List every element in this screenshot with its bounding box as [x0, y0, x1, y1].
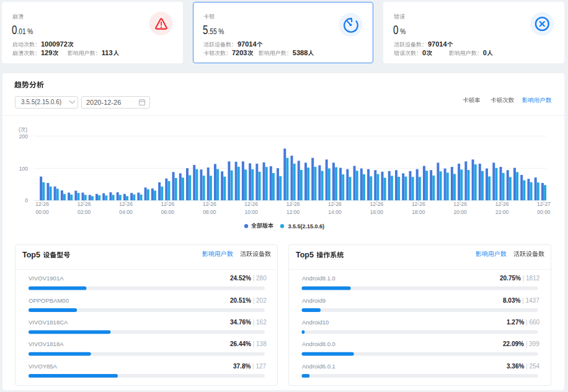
svg-text:Android6.0.1: Android6.0.1 [302, 363, 335, 370]
svg-text:|: | [521, 297, 526, 304]
svg-text:Top5: Top5 [296, 251, 316, 259]
svg-text:Top5: Top5 [22, 251, 42, 259]
svg-text:12-26: 12-26 [35, 201, 49, 207]
svg-text:12-26: 12-26 [203, 201, 216, 207]
svg-text:10:00: 10:00 [245, 209, 259, 215]
svg-text:Android10: Android10 [302, 319, 329, 326]
svg-text:1812: 1812 [526, 275, 540, 282]
svg-text:12-26: 12-26 [78, 201, 91, 207]
svg-text:0: 0 [483, 49, 487, 56]
svg-text:280: 280 [256, 275, 267, 282]
svg-text:00:00: 00:00 [36, 209, 50, 215]
svg-text:202: 202 [256, 297, 267, 304]
svg-text:02:00: 02:00 [78, 209, 91, 215]
svg-text:12-26: 12-26 [412, 201, 425, 207]
svg-text:|: | [251, 297, 256, 304]
svg-text:00:00: 00:00 [537, 209, 551, 215]
svg-text:12-26: 12-26 [370, 201, 384, 207]
svg-text:100: 100 [19, 166, 28, 172]
svg-text:.55 %: .55 % [208, 27, 224, 35]
svg-text:12-27: 12-27 [537, 201, 551, 207]
svg-text:0: 0 [25, 197, 28, 203]
svg-text:7203: 7203 [232, 49, 247, 56]
svg-text:20:00: 20:00 [454, 209, 468, 215]
svg-text:1.27%: 1.27% [507, 319, 524, 326]
svg-text:0: 0 [422, 49, 426, 56]
svg-text:5: 5 [203, 24, 208, 37]
svg-text:12-26: 12-26 [328, 201, 342, 207]
svg-text:20.75%: 20.75% [500, 275, 521, 282]
svg-text:129: 129 [41, 49, 52, 56]
svg-text:1437: 1437 [526, 297, 540, 304]
svg-text:14:00: 14:00 [328, 209, 342, 215]
svg-text:|: | [524, 341, 529, 347]
svg-text:18:00: 18:00 [412, 209, 425, 215]
svg-text:|: | [251, 363, 256, 370]
svg-text:3.5.5(2.15.0.6): 3.5.5(2.15.0.6) [288, 223, 324, 229]
svg-text:|: | [521, 275, 526, 282]
svg-text:): ) [26, 127, 28, 133]
svg-text:VIVOV1818A: VIVOV1818A [29, 341, 64, 347]
svg-text:|: | [524, 319, 529, 326]
svg-text:162: 162 [256, 319, 267, 326]
svg-text:Android9: Android9 [302, 297, 326, 304]
svg-text:660: 660 [529, 319, 539, 326]
svg-text:OPPOPBAM00: OPPOPBAM00 [29, 297, 69, 304]
svg-text:254: 254 [529, 363, 539, 370]
svg-text:12-26: 12-26 [161, 201, 175, 207]
svg-text:113: 113 [102, 49, 113, 56]
svg-text:22:00: 22:00 [495, 209, 509, 215]
svg-text:0: 0 [12, 24, 17, 37]
svg-text:VIVOV1901A: VIVOV1901A [29, 275, 64, 282]
svg-text:12-26: 12-26 [119, 201, 133, 207]
svg-text:%: % [399, 27, 406, 35]
svg-text:26.44%: 26.44% [230, 341, 251, 347]
svg-text:12-26: 12-26 [244, 201, 258, 207]
svg-text:22.09%: 22.09% [503, 341, 524, 347]
svg-text:5388: 5388 [293, 49, 308, 56]
svg-text:8.03%: 8.03% [503, 297, 520, 304]
svg-text:16:00: 16:00 [370, 209, 384, 215]
svg-text:|: | [251, 341, 256, 347]
svg-text:06:00: 06:00 [161, 209, 175, 215]
svg-text:04:00: 04:00 [119, 209, 133, 215]
svg-text:399: 399 [529, 341, 539, 347]
svg-text:37.8%: 37.8% [233, 363, 251, 370]
svg-text:3.5.5(2.15.0.6): 3.5.5(2.15.0.6) [21, 99, 61, 105]
svg-text:.01 %: .01 % [17, 27, 33, 35]
svg-text:VIVOY85A: VIVOY85A [29, 363, 58, 370]
svg-text:|: | [524, 363, 529, 370]
svg-text:08:00: 08:00 [203, 209, 216, 215]
svg-text:12-26: 12-26 [453, 201, 467, 207]
svg-text:2020-12-26: 2020-12-26 [86, 99, 121, 106]
svg-text:34.76%: 34.76% [230, 319, 251, 326]
svg-text:138: 138 [256, 341, 267, 347]
svg-text:0: 0 [393, 24, 399, 37]
svg-text:Android8.1.0: Android8.1.0 [302, 275, 335, 282]
svg-text:12-26: 12-26 [286, 201, 300, 207]
svg-text:127: 127 [256, 363, 267, 370]
svg-text:3.36%: 3.36% [507, 363, 524, 370]
svg-text:12:00: 12:00 [286, 209, 300, 215]
svg-text:|: | [251, 319, 256, 326]
svg-text:Android8.0.0: Android8.0.0 [302, 341, 335, 347]
svg-text:|: | [251, 275, 256, 282]
svg-text:20.51%: 20.51% [230, 297, 251, 304]
svg-text:VIVOV1818CA: VIVOV1818CA [29, 319, 68, 326]
svg-text:(: ( [19, 127, 20, 133]
svg-text:24.52%: 24.52% [230, 275, 251, 282]
svg-text:12-26: 12-26 [495, 201, 509, 207]
